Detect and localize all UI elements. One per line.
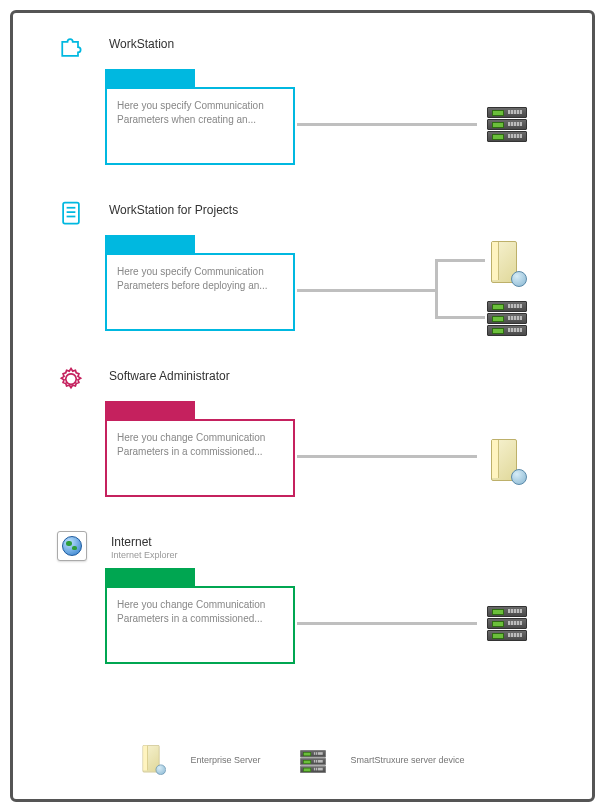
- section-body: Here you change Communication Parameters…: [37, 401, 568, 511]
- legend-item-smartstruxure: SmartStruxure server device: [300, 745, 464, 775]
- target-device: [487, 241, 527, 287]
- folder-card: Here you change Communication Parameters…: [105, 401, 295, 497]
- folder-description: Here you specify Communication Parameter…: [117, 99, 283, 127]
- target-device: [487, 439, 527, 485]
- section-title: WorkStation for Projects: [109, 203, 238, 217]
- section-3: Internet Internet Explorer Here you chan…: [37, 531, 568, 678]
- smartstruxure-server-icon: [487, 606, 527, 636]
- section-body: Here you specify Communication Parameter…: [37, 69, 568, 179]
- target-device: [487, 107, 527, 137]
- gear-icon: [57, 365, 85, 393]
- folder-body: Here you specify Communication Parameter…: [105, 87, 295, 165]
- folder-card: Here you specify Communication Parameter…: [105, 235, 295, 331]
- section-title: Software Administrator: [109, 369, 230, 383]
- doc-icon: [57, 199, 85, 227]
- section-subtitle: Internet Explorer: [111, 550, 178, 560]
- folder-card: Here you specify Communication Parameter…: [105, 69, 295, 165]
- folder-body: Here you change Communication Parameters…: [105, 586, 295, 664]
- folder-body: Here you change Communication Parameters…: [105, 419, 295, 497]
- folder-description: Here you change Communication Parameters…: [117, 431, 283, 459]
- legend-label: SmartStruxure server device: [350, 755, 464, 765]
- diagram-frame: WorkStation Here you specify Communicati…: [10, 10, 595, 802]
- smartstruxure-server-icon: [487, 301, 527, 331]
- connector-bracket: [435, 259, 485, 319]
- section-1: WorkStation for Projects Here you specif…: [37, 199, 568, 345]
- connector-line: [297, 123, 477, 126]
- connector-line: [297, 622, 477, 625]
- smartstruxure-server-icon: [487, 107, 527, 137]
- folder-tab: [105, 401, 195, 419]
- puzzle-icon: [57, 33, 85, 61]
- section-title: WorkStation: [109, 37, 174, 51]
- connector-line: [297, 289, 437, 292]
- folder-tab: [105, 235, 195, 253]
- section-title: Internet: [111, 535, 178, 549]
- enterprise-server-icon: [487, 439, 527, 485]
- target-device: [487, 606, 527, 636]
- section-body: Here you specify Communication Parameter…: [37, 235, 568, 345]
- section-2: Software Administrator Here you change C…: [37, 365, 568, 511]
- target-device: [487, 301, 527, 331]
- legend: Enterprise Server SmartStruxure server d…: [13, 737, 592, 783]
- globe-icon: [57, 531, 87, 559]
- connector-line: [297, 455, 477, 458]
- folder-tab: [105, 69, 195, 87]
- smartstruxure-server-icon: [300, 750, 326, 770]
- enterprise-server-icon: [140, 745, 166, 775]
- folder-description: Here you specify Communication Parameter…: [117, 265, 283, 293]
- legend-item-enterprise-server: Enterprise Server: [140, 737, 260, 783]
- folder-body: Here you specify Communication Parameter…: [105, 253, 295, 331]
- folder-tab: [105, 568, 195, 586]
- enterprise-server-icon: [487, 241, 527, 287]
- section-0: WorkStation Here you specify Communicati…: [37, 33, 568, 179]
- folder-description: Here you change Communication Parameters…: [117, 598, 283, 626]
- legend-label: Enterprise Server: [190, 755, 260, 765]
- folder-card: Here you change Communication Parameters…: [105, 568, 295, 664]
- section-body: Here you change Communication Parameters…: [37, 568, 568, 678]
